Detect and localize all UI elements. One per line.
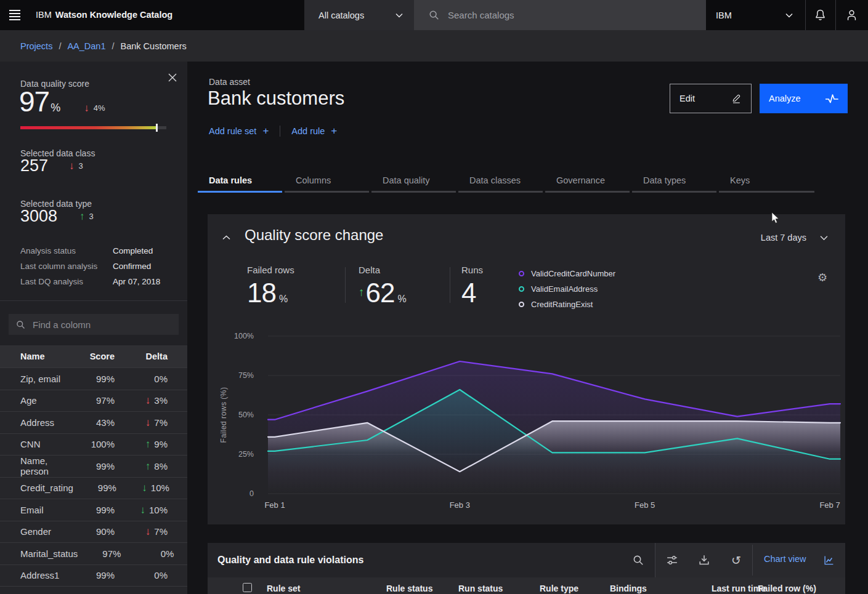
column-delta: ↓7%	[115, 526, 168, 537]
violations-col-bindings: Bindings	[610, 584, 647, 593]
column-row[interactable]: Address199%0%	[0, 564, 187, 587]
column-row[interactable]: CNN100%↑9%	[0, 433, 187, 456]
column-score: 99%	[73, 483, 116, 493]
column-row[interactable]: Name, person99%↑8%	[0, 455, 187, 477]
catalog-selector[interactable]: All catalogs	[304, 0, 414, 30]
column-row[interactable]: Marital_status97%0%	[0, 542, 187, 564]
select-all-checkbox[interactable]	[243, 583, 252, 592]
legend-item[interactable]: CreditRatingExist	[519, 297, 615, 312]
header-score: Score	[71, 351, 115, 361]
analyze-button[interactable]: Analyze	[760, 84, 848, 113]
close-icon[interactable]	[165, 70, 180, 85]
violations-col-rule-type: Rule type	[540, 584, 578, 593]
app-window: IBMWatson Knowledge Catalog All catalogs…	[0, 0, 868, 594]
breadcrumb: Projects / AA_Dan1 / Bank Customers	[0, 30, 868, 62]
column-row[interactable]: Address43%↓7%	[0, 411, 187, 433]
column-score: 97%	[71, 395, 115, 406]
gear-icon[interactable]: ⚙	[817, 272, 827, 283]
column-delta: ↑8%	[115, 461, 168, 472]
time-range-selector[interactable]: Last 7 days	[761, 233, 828, 243]
arrow-down-icon: ↓	[145, 526, 151, 537]
stat-value: 18	[247, 278, 276, 308]
user-icon	[846, 9, 858, 21]
score-remainder	[158, 126, 166, 129]
detail-value: Confirmed	[113, 262, 151, 271]
search-icon[interactable]	[631, 553, 645, 567]
tab-columns[interactable]: Columns	[285, 171, 369, 193]
column-name: Zip, email	[20, 374, 71, 384]
quality-score-change-card: Quality score change Last 7 days Failed …	[208, 214, 845, 524]
quality-score-unit: %	[51, 102, 60, 114]
tab-governance[interactable]: Governance	[545, 171, 630, 193]
breadcrumb-projects[interactable]: Projects	[20, 41, 52, 51]
brand-name: Watson Knowledge Catalog	[55, 10, 172, 20]
divider	[280, 126, 280, 137]
data-class-stat: 257 ↓3	[20, 156, 83, 175]
detail-row: Last DQ analysisApr 07, 2018	[20, 274, 168, 289]
add-rule-link[interactable]: Add rule	[291, 126, 325, 136]
column-row-clipped[interactable]	[0, 586, 187, 594]
column-score: 99%	[71, 570, 115, 580]
column-score: 99%	[71, 374, 115, 384]
tab-data-classes[interactable]: Data classes	[458, 171, 543, 193]
download-icon[interactable]	[697, 553, 711, 567]
divider	[345, 267, 346, 303]
stat-unit: %	[397, 294, 406, 305]
column-name: Name, person	[20, 456, 71, 476]
svg-text:Feb 5: Feb 5	[635, 500, 655, 510]
tab-keys[interactable]: Keys	[719, 171, 814, 193]
column-delta: ↓10%	[115, 505, 168, 515]
header-name: Name	[20, 351, 71, 361]
edit-button[interactable]: Edit	[670, 84, 752, 113]
stat-delta: Delta ↑62%	[359, 265, 407, 308]
column-score: 99%	[71, 505, 115, 515]
column-search-input[interactable]	[33, 319, 168, 330]
violations-title: Quality and data rule violations	[217, 555, 363, 566]
legend-item[interactable]: ValidEmailAddress	[519, 281, 615, 297]
column-row[interactable]: Credit_rating99%↓10%	[0, 477, 187, 499]
arrow-up-icon: ↑	[79, 211, 85, 222]
columns-table-body: Zip, email99%0%Age97%↓3%Address43%↓7%CNN…	[0, 367, 187, 594]
divider	[450, 267, 450, 303]
stat-failed-rows: Failed rows 18%	[247, 265, 294, 308]
notifications-button[interactable]	[805, 0, 835, 30]
arrow-up-icon: ↑	[145, 461, 151, 472]
hamburger-menu-icon[interactable]	[0, 0, 30, 30]
chart-view-toggle[interactable]: Chart view	[764, 554, 806, 564]
search-input[interactable]	[448, 10, 682, 20]
column-row[interactable]: Zip, email99%0%	[0, 367, 187, 390]
header-delta: Delta	[115, 351, 168, 361]
plus-icon[interactable]: +	[331, 125, 337, 137]
column-row[interactable]: Age97%↓3%	[0, 390, 187, 412]
search-icon	[16, 320, 25, 329]
svg-text:Feb 3: Feb 3	[450, 500, 470, 510]
breadcrumb-project-name[interactable]: AA_Dan1	[67, 41, 105, 51]
tab-data-rules[interactable]: Data rules	[198, 171, 282, 193]
data-type-value: 3008	[20, 207, 57, 226]
quality-sidebar: Data quality score 97 % ↓4% Selected dat…	[0, 62, 187, 594]
column-row[interactable]: Email99%↓10%	[0, 499, 187, 521]
account-selector[interactable]: IBM	[706, 0, 805, 30]
plus-icon[interactable]: +	[262, 125, 269, 137]
svg-text:75%: 75%	[238, 371, 254, 380]
filter-sliders-icon[interactable]	[665, 553, 679, 567]
tab-data-types[interactable]: Data types	[632, 171, 716, 193]
quality-score-bar	[20, 124, 166, 132]
collapse-chevron-icon[interactable]	[222, 231, 235, 244]
user-profile-button[interactable]	[835, 0, 868, 30]
arrow-down-icon: ↓	[140, 505, 145, 515]
quality-score: 97 % ↓4%	[19, 85, 105, 118]
add-rule-set-link[interactable]: Add rule set	[209, 126, 256, 136]
edit-button-label: Edit	[679, 94, 695, 103]
tab-data-quality[interactable]: Data quality	[371, 171, 456, 193]
svg-text:Feb 7: Feb 7	[819, 500, 840, 510]
chart-view-icon[interactable]	[822, 553, 835, 567]
columns-table: Name Score Delta Zip, email99%0%Age97%↓3…	[0, 345, 187, 594]
columns-table-header: Name Score Delta	[0, 345, 187, 367]
column-name: Gender	[20, 526, 71, 537]
column-delta: 0%	[115, 570, 168, 580]
legend-item[interactable]: ValidCreditCardNumber	[519, 266, 615, 281]
column-row[interactable]: Gender90%↓7%	[0, 521, 187, 543]
detail-label: Last DQ analysis	[20, 277, 113, 286]
refresh-icon[interactable]: ↺	[729, 553, 743, 567]
